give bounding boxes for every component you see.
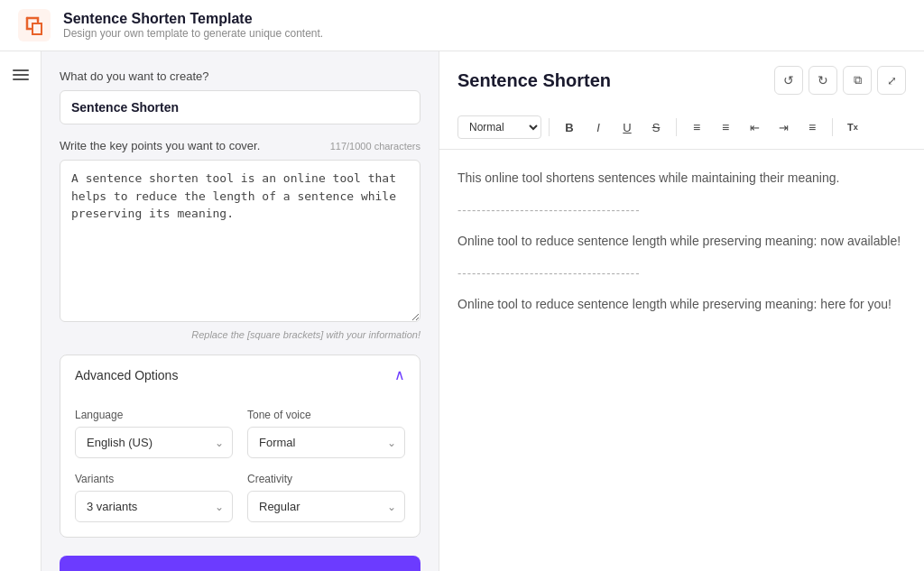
variants-select[interactable]: 1 variant 2 variants 3 variants 4 varian… — [75, 491, 233, 522]
tone-select[interactable]: Formal Informal Friendly Professional — [247, 427, 405, 458]
output-content: This online tool shortens sentences whil… — [439, 150, 924, 571]
output-divider-1: -------------------------------------- — [457, 200, 906, 220]
output-para-2: Online tool to reduce sentence length wh… — [457, 231, 906, 253]
creativity-group: Creativity Low Regular High Very High ⌄ — [247, 473, 405, 522]
right-panel: Sentence Shorten ↺ ↻ ⧉ ⤢ Normal — [439, 51, 924, 571]
variants-select-wrapper: 1 variant 2 variants 3 variants 4 varian… — [75, 491, 233, 522]
bold-button[interactable]: B — [557, 115, 582, 140]
expand-button[interactable]: ⤢ — [877, 66, 906, 95]
clear-format-button[interactable]: Tx — [840, 115, 865, 140]
redo-icon: ↻ — [818, 73, 828, 87]
redo-button[interactable]: ↻ — [808, 66, 837, 95]
language-group: Language English (US) Spanish French Ger… — [75, 409, 233, 458]
underline-button[interactable]: U — [614, 115, 640, 140]
advanced-options-section: Advanced Options ∧ Language English (US)… — [60, 355, 420, 538]
ordered-list-button[interactable]: ≡ — [684, 115, 709, 140]
app-logo-icon — [18, 9, 51, 41]
generate-button[interactable]: Generate Content — [60, 556, 420, 571]
key-points-label: Write the key points you want to cover. — [60, 139, 260, 152]
tone-select-wrapper: Formal Informal Friendly Professional ⌄ — [247, 427, 405, 458]
top-bar: Sentence Shorten Template Design your ow… — [0, 0, 924, 51]
main-layout: What do you want to create? Write the ke… — [0, 51, 924, 571]
undo-button[interactable]: ↺ — [774, 66, 803, 95]
creativity-label: Creativity — [247, 473, 405, 485]
expand-icon: ⤢ — [887, 74, 897, 87]
create-name-input[interactable] — [60, 90, 420, 124]
editor-toolbar: Normal Heading 1 Heading 2 Heading 3 B I… — [439, 106, 924, 150]
unordered-list-button[interactable]: ≡ — [713, 115, 738, 140]
copy-icon: ⧉ — [854, 73, 862, 87]
advanced-header[interactable]: Advanced Options ∧ — [60, 355, 420, 394]
key-points-textarea[interactable]: A sentence shorten tool is an online too… — [60, 160, 420, 322]
toolbar-divider-2 — [676, 118, 677, 136]
variants-group: Variants 1 variant 2 variants 3 variants… — [75, 473, 233, 522]
italic-button[interactable]: I — [586, 115, 611, 140]
align-button[interactable]: ≡ — [799, 115, 825, 140]
indent-left-button[interactable]: ⇤ — [742, 115, 767, 140]
header-text: Sentence Shorten Template Design your ow… — [63, 11, 323, 40]
output-para-1: This online tool shortens sentences whil… — [457, 168, 906, 189]
tone-group: Tone of voice Formal Informal Friendly P… — [247, 409, 405, 458]
output-divider-2: -------------------------------------- — [457, 263, 906, 283]
tone-label: Tone of voice — [247, 409, 405, 421]
sidebar-col — [0, 51, 42, 571]
output-actions: ↺ ↻ ⧉ ⤢ — [774, 66, 906, 95]
create-label: What do you want to create? — [60, 69, 420, 83]
copy-button[interactable]: ⧉ — [843, 66, 872, 95]
create-name-section: What do you want to create? — [60, 69, 420, 124]
options-row-1: Language English (US) Spanish French Ger… — [75, 409, 405, 458]
left-panel: What do you want to create? Write the ke… — [42, 51, 439, 571]
creativity-select[interactable]: Low Regular High Very High — [247, 491, 405, 522]
variants-label: Variants — [75, 473, 233, 485]
output-header: Sentence Shorten ↺ ↻ ⧉ ⤢ — [439, 51, 924, 95]
hint-text: Replace the [square brackets] with your … — [60, 329, 420, 340]
format-select[interactable]: Normal Heading 1 Heading 2 Heading 3 — [457, 115, 541, 139]
advanced-body: Language English (US) Spanish French Ger… — [60, 394, 420, 537]
key-points-section: Write the key points you want to cover. … — [60, 139, 420, 340]
options-row-2: Variants 1 variant 2 variants 3 variants… — [75, 473, 405, 522]
header-subtitle: Design your own template to generate uni… — [63, 27, 323, 40]
toolbar-divider-1 — [549, 118, 550, 136]
svg-rect-0 — [18, 9, 51, 41]
language-select-wrapper: English (US) Spanish French German ⌄ — [75, 427, 233, 458]
language-select[interactable]: English (US) Spanish French German — [75, 427, 233, 458]
language-label: Language — [75, 409, 233, 421]
output-para-3: Online tool to reduce sentence length wh… — [457, 294, 906, 316]
strikethrough-button[interactable]: S — [643, 115, 669, 140]
undo-icon: ↺ — [783, 73, 794, 87]
chevron-up-icon: ∧ — [394, 366, 405, 383]
indent-right-button[interactable]: ⇥ — [771, 115, 796, 140]
toolbar-divider-3 — [832, 118, 833, 136]
creativity-select-wrapper: Low Regular High Very High ⌄ — [247, 491, 405, 522]
char-count: 117/1000 characters — [330, 141, 420, 152]
output-title: Sentence Shorten — [457, 70, 611, 91]
header-title: Sentence Shorten Template — [63, 11, 323, 27]
menu-icon[interactable] — [9, 66, 32, 84]
advanced-title: Advanced Options — [75, 368, 178, 382]
